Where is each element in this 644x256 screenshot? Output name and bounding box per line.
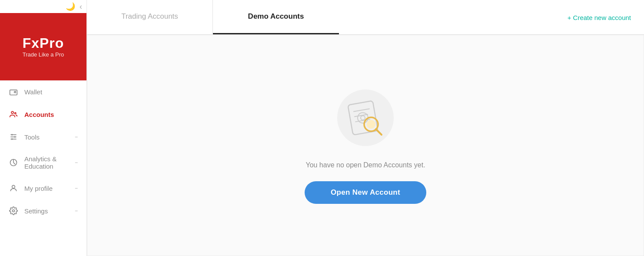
accounts-label: Accounts xyxy=(24,111,78,118)
tab-demo-label: Demo Accounts xyxy=(248,12,304,21)
tools-icon xyxy=(9,133,18,141)
svg-point-8 xyxy=(11,138,13,140)
tab-demo[interactable]: Demo Accounts xyxy=(213,0,339,34)
profile-icon xyxy=(9,184,18,193)
analytics-label: Analytics & Education xyxy=(24,155,69,170)
tools-arrow: − xyxy=(75,134,78,140)
empty-illustration xyxy=(335,87,396,148)
myprofile-arrow: − xyxy=(75,185,78,191)
settings-icon xyxy=(9,206,18,215)
main-content: Trading Accounts Demo Accounts + Create … xyxy=(87,0,644,256)
sidebar-item-analytics[interactable]: Analytics & Education − xyxy=(0,148,86,177)
svg-point-2 xyxy=(15,113,16,114)
wallet-label: Wallet xyxy=(24,88,78,96)
open-new-account-button[interactable]: Open New Account xyxy=(305,181,426,204)
wallet-icon xyxy=(9,87,18,96)
tools-label: Tools xyxy=(24,133,69,141)
brand-tagline: Trade Like a Pro xyxy=(23,51,64,58)
collapse-icon[interactable]: ‹ xyxy=(80,2,82,11)
svg-line-20 xyxy=(376,129,382,135)
sidebar: 🌙 ‹ FxPro Trade Like a Pro Wallet xyxy=(0,0,87,256)
sidebar-item-myprofile[interactable]: My profile − xyxy=(0,177,86,199)
analytics-icon xyxy=(9,158,18,167)
sidebar-item-settings[interactable]: Settings − xyxy=(0,199,86,222)
sidebar-nav: Wallet Accounts xyxy=(0,80,86,222)
logo: FxPro Trade Like a Pro xyxy=(0,13,86,80)
content-area: You have no open Demo Accounts yet. Open… xyxy=(87,35,644,256)
tab-trading-label: Trading Accounts xyxy=(121,12,178,21)
settings-arrow: − xyxy=(75,208,78,214)
sidebar-item-accounts[interactable]: Accounts xyxy=(0,103,86,126)
svg-point-1 xyxy=(11,111,13,113)
svg-point-19 xyxy=(367,120,375,129)
myprofile-label: My profile xyxy=(24,185,69,192)
svg-point-11 xyxy=(13,210,15,212)
tab-trading[interactable]: Trading Accounts xyxy=(87,0,213,34)
svg-point-10 xyxy=(12,185,15,188)
create-new-label: + Create new account xyxy=(568,13,631,21)
svg-point-7 xyxy=(14,136,16,137)
settings-label: Settings xyxy=(24,207,69,215)
svg-point-17 xyxy=(360,115,365,120)
svg-point-6 xyxy=(11,134,13,135)
accounts-icon xyxy=(9,110,18,119)
empty-state-message: You have no open Demo Accounts yet. xyxy=(305,161,425,169)
svg-line-13 xyxy=(353,109,369,112)
empty-state-svg xyxy=(342,94,389,142)
analytics-arrow: − xyxy=(75,160,78,166)
sidebar-item-tools[interactable]: Tools − xyxy=(0,126,86,148)
svg-rect-0 xyxy=(10,90,17,95)
tabs-header: Trading Accounts Demo Accounts + Create … xyxy=(87,0,644,35)
brand-name: FxPro xyxy=(23,36,64,51)
create-new-account-link[interactable]: + Create new account xyxy=(568,13,631,21)
sidebar-item-wallet[interactable]: Wallet xyxy=(0,80,86,103)
moon-icon[interactable]: 🌙 xyxy=(66,2,75,11)
